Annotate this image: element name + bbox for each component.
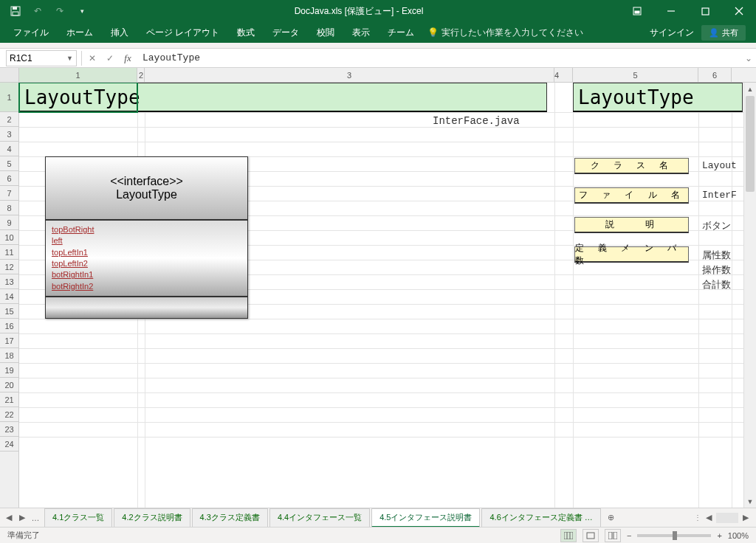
row-header-2[interactable]: 2 xyxy=(0,112,18,127)
row-header-17[interactable]: 17 xyxy=(0,333,18,348)
tab-pagelayout[interactable]: ページ レイアウト xyxy=(137,22,228,43)
diagram-attr-link[interactable]: topBotRight xyxy=(52,224,94,235)
col-header-2[interactable]: 2 xyxy=(137,68,145,82)
tab-home[interactable]: ホーム xyxy=(58,22,102,43)
sheet-tab[interactable]: 4.3クラス定義書 xyxy=(192,508,268,528)
qat-menu-icon[interactable]: ▾ xyxy=(72,1,92,21)
accept-formula-icon[interactable]: ✓ xyxy=(101,53,119,63)
maximize-icon[interactable] xyxy=(688,0,722,22)
diagram-attr-link[interactable]: left xyxy=(52,235,63,246)
col-header-1[interactable]: 1 xyxy=(19,68,137,82)
svg-rect-14 xyxy=(614,532,617,539)
scroll-thumb[interactable] xyxy=(746,96,755,192)
diagram-attr-link[interactable]: topLeftIn2 xyxy=(52,258,88,269)
tab-insert[interactable]: 挿入 xyxy=(102,22,137,43)
scroll-up-icon[interactable]: ▲ xyxy=(744,83,756,95)
tab-formulas[interactable]: 数式 xyxy=(228,22,264,43)
sheet-tab-bar: ◀ ▶ … 4.1クラス一覧4.2クラス説明書4.3クラス定義書4.4インタフェ… xyxy=(0,508,756,527)
row-header-23[interactable]: 23 xyxy=(0,422,18,437)
add-sheet-icon[interactable]: ⊕ xyxy=(602,513,620,522)
horizontal-scrollbar[interactable] xyxy=(716,513,738,523)
row-header-12[interactable]: 12 xyxy=(0,260,18,274)
row-header-15[interactable]: 15 xyxy=(0,304,18,319)
diagram-attr-link[interactable]: botRightIn1 xyxy=(52,269,93,280)
row-header-18[interactable]: 18 xyxy=(0,348,18,363)
row-header-10[interactable]: 10 xyxy=(0,230,18,245)
tab-review[interactable]: 校閲 xyxy=(308,22,343,43)
tab-file[interactable]: ファイル xyxy=(4,22,58,43)
share-label: 共有 xyxy=(722,27,738,38)
zoom-slider[interactable] xyxy=(637,534,711,537)
share-button[interactable]: 👤 共有 xyxy=(701,25,746,41)
title-cell-2[interactable]: LayoutType xyxy=(573,83,743,112)
row-header-9[interactable]: 9 xyxy=(0,215,18,230)
property-label: 定 義 メ ン バ 数 xyxy=(574,246,689,263)
scroll-down-icon[interactable]: ▼ xyxy=(744,495,756,508)
tab-data[interactable]: データ xyxy=(264,22,308,43)
share-icon: 👤 xyxy=(709,28,719,38)
zoom-in-icon[interactable]: + xyxy=(717,531,721,540)
row-header-22[interactable]: 22 xyxy=(0,407,18,422)
row-header-24[interactable]: 24 xyxy=(0,437,18,452)
hscroll-right-icon[interactable]: ▶ xyxy=(740,511,752,525)
chevron-down-icon[interactable]: ▼ xyxy=(66,55,73,62)
hscroll-left-icon[interactable]: ◀ xyxy=(703,511,715,525)
vertical-scrollbar[interactable]: ▲ ▼ xyxy=(743,83,756,508)
view-normal-icon[interactable] xyxy=(560,529,577,542)
diagram-attr-link[interactable]: topLeftIn1 xyxy=(52,247,88,258)
view-pagelayout-icon[interactable] xyxy=(583,529,599,542)
col-header-5[interactable]: 5 xyxy=(573,68,698,82)
sheet-nav-more-icon[interactable]: … xyxy=(30,511,41,525)
row-header-4[interactable]: 4 xyxy=(0,142,18,156)
zoom-out-icon[interactable]: − xyxy=(627,531,631,540)
col-header-4[interactable]: 4 xyxy=(554,68,573,82)
row-header-7[interactable]: 7 xyxy=(0,186,18,201)
close-icon[interactable] xyxy=(722,0,756,22)
row-header-16[interactable]: 16 xyxy=(0,319,18,333)
sheet-tab[interactable]: 4.4インタフェース一覧 xyxy=(269,508,370,528)
expand-formula-icon[interactable]: ⌄ xyxy=(741,53,756,63)
cancel-formula-icon[interactable]: ✕ xyxy=(83,53,101,63)
diagram-attributes: topBotRight left topLeftIn1 topLeftIn2 b… xyxy=(45,220,248,297)
sheet-tab[interactable]: 4.1クラス一覧 xyxy=(44,508,112,528)
tell-me-search[interactable]: 💡 実行したい作業を入力してください xyxy=(427,27,583,39)
fx-icon[interactable]: fx xyxy=(119,52,137,64)
formula-input[interactable]: LayoutType xyxy=(137,52,741,63)
sheet-tab[interactable]: 4.6インタフェース定義書 … xyxy=(481,508,600,528)
tell-me-label: 実行したい作業を入力してください xyxy=(441,27,583,39)
tab-view[interactable]: 表示 xyxy=(343,22,379,43)
sheet-nav-next-icon[interactable]: ▶ xyxy=(16,511,28,525)
row-header-13[interactable]: 13 xyxy=(0,274,18,289)
view-pagebreak-icon[interactable] xyxy=(605,529,621,542)
title-cell-1[interactable]: LayoutType xyxy=(19,83,547,112)
undo-icon[interactable]: ↶ xyxy=(28,1,47,21)
row-header-3[interactable]: 3 xyxy=(0,127,18,142)
row-header-6[interactable]: 6 xyxy=(0,171,18,186)
row-header-20[interactable]: 20 xyxy=(0,378,18,392)
diagram-attr-link[interactable]: botRightIn2 xyxy=(52,281,93,292)
signin-link[interactable]: サインイン xyxy=(650,27,694,39)
row-header-21[interactable]: 21 xyxy=(0,392,18,407)
sheet-tab[interactable]: 4.5インタフェース説明書 xyxy=(371,508,480,528)
row-header-19[interactable]: 19 xyxy=(0,363,18,378)
row-header-8[interactable]: 8 xyxy=(0,201,18,215)
sheet-nav-prev-icon[interactable]: ◀ xyxy=(3,511,15,525)
zoom-level: 100% xyxy=(728,531,749,540)
row-header-5[interactable]: 5 xyxy=(0,156,18,171)
row-header-1[interactable]: 1 xyxy=(0,83,18,112)
row-header-14[interactable]: 14 xyxy=(0,289,18,304)
name-box[interactable]: R1C1 ▼ xyxy=(6,50,77,66)
save-icon[interactable] xyxy=(6,1,25,21)
property-value: 属性数 xyxy=(702,249,731,262)
property-value: ボタン xyxy=(702,219,731,232)
row-header-11[interactable]: 11 xyxy=(0,245,18,260)
minimize-icon[interactable] xyxy=(654,0,688,22)
select-all-corner[interactable] xyxy=(0,68,19,82)
col-header-6[interactable]: 6 xyxy=(698,68,732,82)
tab-team[interactable]: チーム xyxy=(379,22,423,43)
cells-area[interactable]: LayoutType LayoutType InterFace.java <<i… xyxy=(19,83,756,508)
ribbon-options-icon[interactable] xyxy=(620,0,654,22)
col-header-3[interactable]: 3 xyxy=(145,68,554,82)
sheet-tab[interactable]: 4.2クラス説明書 xyxy=(114,508,190,528)
redo-icon[interactable]: ↷ xyxy=(50,1,69,21)
